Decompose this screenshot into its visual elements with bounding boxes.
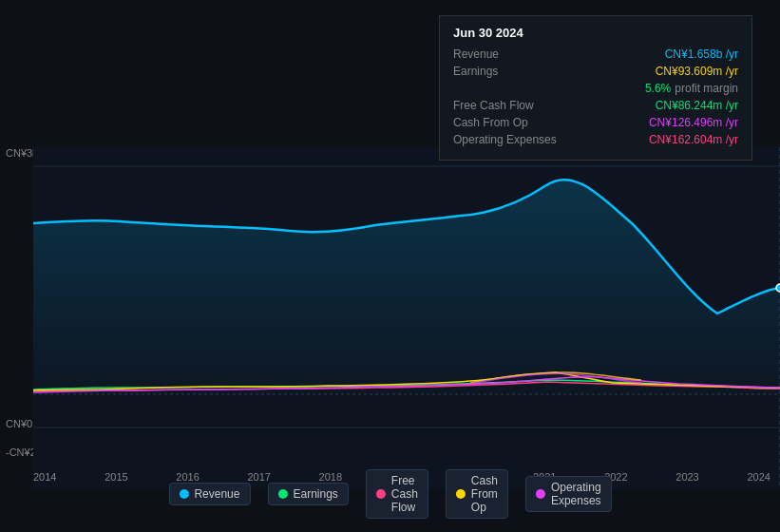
tooltip-box: Jun 30 2024 Revenue CN¥1.658b /yr Earnin… — [439, 15, 752, 161]
tooltip-label-fcf: Free Cash Flow — [453, 99, 567, 112]
legend-dot-revenue — [179, 489, 188, 499]
svg-point-5 — [776, 284, 780, 292]
tooltip-label-opex: Operating Expenses — [453, 133, 567, 146]
tooltip-row-opex: Operating Expenses CN¥162.604m /yr — [453, 133, 738, 146]
tooltip-label-cashfromop: Cash From Op — [453, 116, 567, 129]
legend-dot-opex — [536, 489, 545, 499]
legend-item-earnings[interactable]: Earnings — [267, 483, 348, 505]
profit-margin-value: 5.6% — [645, 82, 671, 95]
chart-legend: Revenue Earnings Free Cash Flow Cash Fro… — [168, 469, 611, 519]
tooltip-value-fcf: CN¥86.244m /yr — [656, 99, 738, 112]
chart-svg[interactable]: C — [33, 147, 780, 489]
tooltip-label-revenue: Revenue — [453, 48, 567, 61]
legend-item-fcf[interactable]: Free Cash Flow — [366, 469, 428, 519]
tooltip-value-earnings: CN¥93.609m /yr — [656, 65, 738, 78]
x-label-2015: 2015 — [105, 471, 127, 483]
chart-container: Jun 30 2024 Revenue CN¥1.658b /yr Earnin… — [0, 0, 780, 532]
tooltip-date: Jun 30 2024 — [453, 26, 738, 40]
tooltip-row-fcf: Free Cash Flow CN¥86.244m /yr — [453, 99, 738, 112]
legend-label-earnings: Earnings — [293, 487, 337, 501]
tooltip-value-opex: CN¥162.604m /yr — [649, 133, 738, 146]
tooltip-row-cashfromop: Cash From Op CN¥126.496m /yr — [453, 116, 738, 129]
legend-item-opex[interactable]: Operating Expenses — [525, 476, 612, 512]
legend-dot-cashfromop — [456, 489, 466, 499]
legend-label-revenue: Revenue — [194, 487, 239, 501]
y-label-zero: CN¥0 — [6, 418, 32, 429]
profit-margin-label: profit margin — [675, 82, 738, 95]
x-label-2023: 2023 — [675, 471, 698, 483]
legend-label-fcf: Free Cash Flow — [391, 474, 418, 514]
tooltip-row-revenue: Revenue CN¥1.658b /yr — [453, 48, 738, 61]
tooltip-value-cashfromop: CN¥126.496m /yr — [649, 116, 738, 129]
legend-label-cashfromop: Cash From Op — [471, 474, 498, 514]
legend-label-opex: Operating Expenses — [551, 481, 601, 507]
tooltip-row-earnings: Earnings CN¥93.609m /yr — [453, 65, 738, 78]
x-label-2014: 2014 — [33, 471, 56, 483]
profit-margin-row: 5.6% profit margin — [453, 82, 738, 95]
x-label-2024: 2024 — [747, 471, 770, 483]
legend-dot-earnings — [277, 489, 287, 499]
tooltip-value-revenue: CN¥1.658b /yr — [665, 48, 738, 61]
tooltip-label-earnings: Earnings — [453, 65, 567, 78]
legend-item-cashfromop[interactable]: Cash From Op — [446, 469, 508, 519]
legend-item-revenue[interactable]: Revenue — [168, 483, 250, 505]
legend-dot-fcf — [376, 489, 386, 499]
